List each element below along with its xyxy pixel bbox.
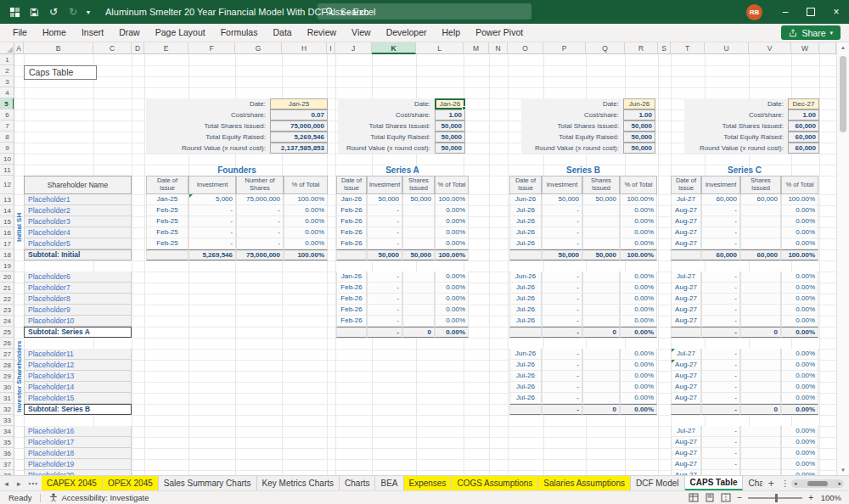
cell[interactable]: 50,000	[542, 194, 582, 205]
subtotal-cell[interactable]: 0	[582, 404, 620, 415]
sheet-tab-capex-2045[interactable]: CAPEX 2045	[42, 476, 103, 490]
cell[interactable]: -	[701, 316, 740, 327]
row-header-28[interactable]: 28	[0, 360, 14, 371]
minimize-button[interactable]: –	[773, 0, 798, 24]
cell[interactable]: Aug-27	[671, 294, 701, 305]
sheet-tab-bea[interactable]: BEA	[375, 476, 403, 490]
cell[interactable]: Aug-27	[671, 305, 701, 316]
cell[interactable]: 50,000	[402, 194, 435, 205]
cell[interactable]: -	[701, 205, 740, 216]
row-header-10[interactable]: 10	[0, 154, 14, 165]
column-header-r[interactable]: R	[625, 42, 658, 54]
cell[interactable]	[402, 272, 435, 283]
row-header-30[interactable]: 30	[0, 382, 14, 393]
group-label-investor-shareholders[interactable]: Investor Shareholders	[14, 272, 24, 475]
column-header-t[interactable]: T	[671, 42, 705, 54]
cell[interactable]	[582, 382, 620, 393]
cell[interactable]	[740, 205, 781, 216]
table-column-header[interactable]: % of Total	[284, 176, 328, 194]
cell[interactable]	[402, 305, 435, 316]
cell[interactable]	[740, 294, 781, 305]
shareholder-name[interactable]: Placeholder1	[24, 194, 132, 205]
cell[interactable]: Feb-26	[336, 316, 367, 327]
cell[interactable]: 0.00%	[620, 316, 657, 327]
column-header-b[interactable]: B	[24, 42, 93, 54]
subtotal-cell[interactable]: 0	[402, 327, 435, 338]
cell[interactable]: 100.00%	[620, 194, 657, 205]
row-header-33[interactable]: 33	[0, 415, 14, 426]
subtotal-cell[interactable]: 0.00%	[620, 327, 657, 338]
cell[interactable]: Jul-26	[509, 294, 542, 305]
group-label-initial-sh[interactable]: Initial SH	[14, 194, 24, 260]
info-value[interactable]: 60,000	[788, 143, 819, 154]
info-value[interactable]: 5,269,546	[270, 132, 328, 143]
cell[interactable]: Jul-26	[509, 238, 542, 249]
cell[interactable]: 0.00%	[620, 216, 657, 227]
cell[interactable]	[582, 294, 620, 305]
sheet-tab-char[interactable]: Char	[743, 476, 762, 490]
cell[interactable]: -	[542, 305, 582, 316]
scroll-down-icon[interactable]: ▾	[837, 467, 849, 473]
cell[interactable]: Jun-26	[509, 194, 542, 205]
shareholder-name-header[interactable]: Shareholder Name	[24, 176, 132, 194]
info-value[interactable]: Jun-26	[623, 98, 655, 109]
cell[interactable]	[740, 459, 781, 470]
cell[interactable]: 0.00%	[620, 283, 657, 294]
shareholder-name[interactable]: Placeholder5	[24, 238, 132, 249]
column-header-i[interactable]: I	[327, 42, 335, 54]
cell[interactable]: -	[188, 205, 236, 216]
page-title[interactable]: Caps Table	[24, 65, 97, 80]
table-column-header[interactable]: Date of Issue	[671, 176, 701, 194]
sheet-more-icon[interactable]: •••	[25, 476, 42, 490]
cell[interactable]	[740, 227, 781, 238]
row-header-19[interactable]: 19	[0, 260, 14, 272]
row-header-35[interactable]: 35	[0, 437, 14, 448]
shareholder-name[interactable]: Placeholder16	[24, 426, 132, 437]
table-column-header[interactable]: Number of Shares	[236, 176, 284, 194]
cell[interactable]: 0.00%	[620, 349, 657, 360]
cell[interactable]: 0.00%	[781, 437, 818, 448]
cell[interactable]: -	[701, 294, 740, 305]
cell[interactable]: 0.00%	[620, 238, 657, 249]
info-value[interactable]: Jan-25	[270, 98, 328, 109]
cell[interactable]: Aug-27	[671, 205, 701, 216]
zoom-out-button[interactable]: −	[737, 493, 742, 502]
info-value[interactable]: 75,000,000	[270, 120, 328, 132]
subtotal-cell[interactable]: 0	[740, 404, 781, 415]
cell[interactable]	[582, 216, 620, 227]
info-value[interactable]: 50,000	[435, 143, 465, 154]
row-header-22[interactable]: 22	[0, 294, 14, 305]
shareholder-name[interactable]: Placeholder6	[24, 272, 132, 283]
cell[interactable]	[740, 382, 781, 393]
cell[interactable]: 0.00%	[620, 227, 657, 238]
subtotal-cell[interactable]: 0.00%	[781, 327, 818, 338]
row-header-9[interactable]: 9	[0, 143, 14, 154]
row-header-5[interactable]: 5	[0, 98, 14, 109]
cell[interactable]: -	[236, 227, 284, 238]
info-value[interactable]: 60,000	[788, 132, 819, 143]
cell[interactable]: 0.00%	[781, 459, 818, 470]
cell[interactable]: Jun-26	[509, 272, 542, 283]
column-header-u[interactable]: U	[705, 42, 749, 54]
cell[interactable]: Jan-26	[336, 272, 367, 283]
cell[interactable]: Aug-27	[671, 448, 701, 459]
cell[interactable]: 60,000	[740, 194, 781, 205]
sheet-tab-salaries-assumptions[interactable]: Salaries Assumptions	[538, 476, 631, 490]
ribbon-tab-page-layout[interactable]: Page Layout	[148, 24, 213, 42]
cell[interactable]: -	[701, 216, 740, 227]
row-header-25[interactable]: 25	[0, 327, 14, 338]
sheet-tab-opex-2045[interactable]: OPEX 2045	[103, 476, 159, 490]
cell[interactable]: Aug-27	[671, 227, 701, 238]
quick-access-caret-icon[interactable]: ▾	[83, 3, 93, 21]
column-header-o[interactable]: O	[508, 42, 543, 54]
cell[interactable]: 0.00%	[781, 283, 818, 294]
cell[interactable]: Feb-25	[146, 227, 188, 238]
cell[interactable]: 0.00%	[620, 272, 657, 283]
cell[interactable]: 0.00%	[781, 393, 818, 404]
subtotal-cell[interactable]: 50,000	[542, 249, 582, 260]
column-header-d[interactable]: D	[132, 42, 144, 54]
row-header-26[interactable]: 26	[0, 338, 14, 349]
close-button[interactable]: ×	[824, 0, 849, 24]
cell[interactable]	[740, 393, 781, 404]
cell[interactable]: 0.00%	[781, 294, 818, 305]
